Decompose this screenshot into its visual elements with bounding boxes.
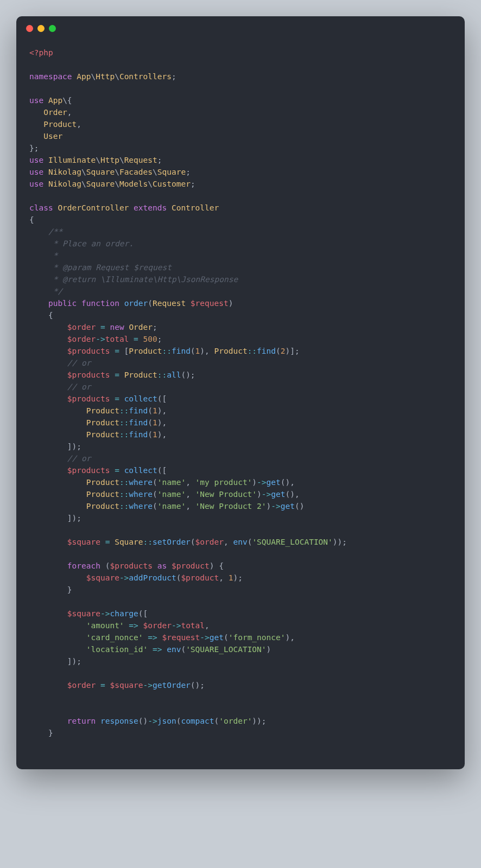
code-window: <?php namespace App\Http\Controllers; us… xyxy=(16,16,465,769)
code-editor[interactable]: <?php namespace App\Http\Controllers; us… xyxy=(16,40,465,769)
window-titlebar xyxy=(16,16,465,40)
zoom-icon[interactable] xyxy=(49,25,56,32)
minimize-icon[interactable] xyxy=(37,25,45,32)
close-icon[interactable] xyxy=(26,25,33,32)
